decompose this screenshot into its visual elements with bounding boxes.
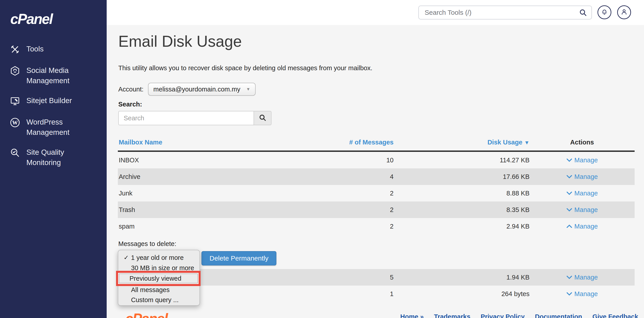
delete-permanently-button[interactable]: Delete Permanently [202, 251, 276, 266]
manage-link[interactable]: Manage [566, 190, 598, 197]
manage-link[interactable]: Manage [566, 223, 598, 230]
chevron-down-icon [566, 175, 572, 179]
table-row: Junk 2 8.88 KB Manage [118, 185, 634, 202]
sidebar-item-label: Site Quality Monitoring [26, 147, 94, 168]
message-count: 10 [248, 156, 394, 164]
account-dropdown-value: melissa@yourdomain.com.my [154, 86, 240, 93]
manage-link[interactable]: Manage [566, 274, 598, 281]
sidebar-item-wordpress[interactable]: W WordPress Management [0, 112, 107, 142]
table-row: Archive 4 17.66 KB Manage [118, 168, 634, 185]
user-icon [620, 8, 628, 16]
dropdown-option-all-messages[interactable]: All messages [118, 285, 200, 295]
annotation-highlight-box: Previously viewed [116, 271, 200, 286]
page-description: This utility allows you to recover disk … [118, 64, 372, 72]
chevron-down-icon [566, 158, 572, 162]
sidebar: cPanel Tools Social Media M [0, 0, 107, 318]
wordpress-icon: W [10, 117, 20, 128]
account-dropdown[interactable]: melissa@yourdomain.com.my ▼ [148, 83, 256, 96]
sidebar-item-site-quality[interactable]: Site Quality Monitoring [0, 142, 107, 172]
sidebar-item-label: WordPress Management [26, 117, 94, 137]
mailbox-table: Mailbox Name # of Messages Disk Usage▼ A… [118, 139, 634, 234]
page-title: Email Disk Usage [118, 32, 242, 50]
message-count: 2 [248, 190, 394, 197]
message-count: 2 [248, 223, 394, 230]
account-button[interactable] [617, 5, 631, 19]
chevron-up-icon [566, 224, 572, 228]
column-header-disk-usage[interactable]: Disk Usage▼ [394, 139, 530, 146]
footer-links: Home » Trademarks Privacy Policy Documen… [400, 313, 638, 318]
footer-cpanel-logo: cPanel [125, 310, 167, 318]
mailbox-name: Archive [118, 173, 248, 180]
bell-icon [600, 8, 608, 16]
mailbox-name: Trash [118, 206, 248, 214]
notifications-button[interactable] [598, 5, 611, 19]
message-count: 2 [248, 206, 394, 214]
chevron-down-icon [566, 292, 572, 296]
table-row: Trash 2 8.35 KB Manage [118, 202, 634, 218]
sidebar-item-label: Social Media Management [26, 65, 94, 86]
disk-usage: 17.66 KB [394, 173, 530, 180]
search-icon [259, 114, 266, 122]
message-count: 5 [248, 274, 394, 281]
sidebar-item-label: Tools [26, 44, 44, 54]
check-icon: ✓ [124, 253, 129, 262]
disk-usage: 8.88 KB [394, 190, 530, 197]
chevron-down-icon [566, 275, 572, 279]
chevron-down-icon [566, 191, 572, 195]
footer-link-documentation[interactable]: Documentation [535, 313, 582, 318]
search-label: Search: [118, 101, 142, 108]
column-header-actions: Actions [530, 139, 634, 146]
dropdown-option-custom-query[interactable]: Custom query ... [118, 295, 200, 305]
caret-down-icon: ▼ [246, 87, 250, 92]
sort-desc-icon: ▼ [524, 140, 530, 146]
delete-section: 5 1.94 KB Manage 1 264 bytes Manage ✓ 1 … [118, 250, 634, 318]
mailbox-search-input[interactable] [118, 111, 254, 125]
manage-link[interactable]: Manage [566, 290, 598, 298]
chevron-down-icon [566, 208, 572, 212]
sidebar-item-tools[interactable]: Tools [0, 39, 107, 60]
manage-link[interactable]: Manage [566, 173, 598, 180]
manage-link[interactable]: Manage [566, 206, 598, 214]
top-header [107, 0, 644, 25]
footer-link-privacy-policy[interactable]: Privacy Policy [481, 313, 525, 318]
social-media-icon [10, 65, 20, 77]
disk-usage: 8.35 KB [394, 206, 530, 214]
sitejet-builder-icon [10, 96, 20, 107]
footer-link-give-feedback[interactable]: Give Feedback [592, 313, 638, 318]
column-header-mailbox-name[interactable]: Mailbox Name [118, 139, 248, 146]
disk-usage: 1.94 KB [394, 274, 530, 281]
messages-to-delete-label: Messages to delete: [118, 240, 176, 248]
sidebar-item-social-media[interactable]: Social Media Management [0, 60, 107, 90]
table-row: INBOX 10 114.27 KB Manage [118, 152, 634, 168]
search-icon[interactable] [579, 8, 587, 18]
mailbox-name: Junk [118, 190, 248, 197]
mailbox-search-button[interactable] [254, 111, 272, 125]
site-quality-icon [10, 147, 20, 159]
message-count: 1 [248, 290, 394, 298]
cpanel-logo[interactable]: cPanel [10, 11, 52, 27]
main-content: Email Disk Usage This utility allows you… [107, 25, 644, 318]
account-label: Account: [118, 86, 144, 93]
dropdown-option-1-year[interactable]: ✓ 1 year old or more [118, 253, 200, 262]
column-header-messages[interactable]: # of Messages [248, 139, 394, 146]
footer-link-trademarks[interactable]: Trademarks [434, 313, 470, 318]
sidebar-menu: Tools Social Media Management [0, 39, 107, 172]
dropdown-option-previously-viewed[interactable]: Previously viewed [119, 274, 198, 283]
tools-icon [10, 44, 20, 56]
disk-usage: 2.94 KB [394, 223, 530, 230]
sidebar-item-label: Sitejet Builder [26, 96, 72, 106]
footer-link-home[interactable]: Home » [400, 313, 424, 318]
mailbox-name: INBOX [118, 156, 248, 164]
svg-text:W: W [12, 120, 18, 126]
table-header-row: Mailbox Name # of Messages Disk Usage▼ A… [118, 139, 634, 152]
disk-usage: 114.27 KB [394, 156, 530, 164]
tools-search-input[interactable] [418, 6, 592, 20]
manage-link[interactable]: Manage [566, 156, 598, 164]
message-count: 4 [248, 173, 394, 180]
sidebar-item-sitejet[interactable]: Sitejet Builder [0, 90, 107, 112]
mailbox-name: spam [118, 223, 248, 230]
disk-usage: 264 bytes [394, 290, 530, 298]
table-row: spam 2 2.94 KB Manage [118, 218, 634, 234]
